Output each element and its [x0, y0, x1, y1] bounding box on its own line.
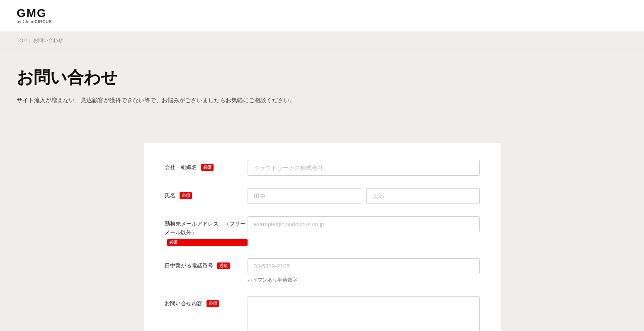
form-row-company: 会社・組織名 必須 [165, 160, 480, 176]
phone-hint: ハイフンあり半角数字 [248, 277, 480, 284]
input-col-phone: ハイフンあり半角数字 [248, 258, 480, 284]
required-badge-company: 必須 [201, 164, 214, 171]
input-col-name [248, 188, 480, 204]
label-col-inquiry: お問い合せ内容 必須 [165, 296, 248, 308]
input-col-email [248, 216, 480, 232]
page-title: お問い合わせ [17, 66, 627, 89]
page-description: サイト流入が増えない、見込顧客が獲得できない等で、お悩みがございましたらお気軽に… [17, 96, 627, 105]
name-last-input[interactable] [366, 188, 480, 204]
label-col-name: 氏名 必須 [165, 188, 248, 200]
required-badge-name: 必須 [180, 192, 192, 199]
breadcrumb-current: お問い合わせ [33, 37, 63, 44]
input-col-company [248, 160, 480, 176]
label-col-email: 勤務先メールアドレス （フリーメール以外） 必須 [165, 216, 248, 246]
logo: GMG by CloudCIRCUS [17, 7, 627, 24]
required-badge-phone: 必須 [217, 262, 230, 269]
required-badge-inquiry: 必須 [207, 300, 219, 307]
phone-input[interactable] [248, 258, 480, 274]
form-row-email: 勤務先メールアドレス （フリーメール以外） 必須 [165, 216, 480, 246]
breadcrumb-bar: TOP | お問い合わせ [0, 32, 644, 49]
required-badge-email: 必須 [167, 239, 248, 246]
form-row-phone: 日中繋がる電話番号 必須 ハイフンあり半角数字 [165, 258, 480, 284]
logo-gmg-text: GMG [17, 7, 627, 19]
form-row-name: 氏名 必須 [165, 188, 480, 204]
logo-subtitle: by CloudCIRCUS [17, 20, 627, 24]
contact-form-card: 会社・組織名 必須 氏名 必須 勤務先メールアドレス （フリー [144, 143, 501, 331]
page-header-section: お問い合わせ サイト流入が増えない、見込顧客が獲得できない等で、お悩みがございま… [0, 49, 644, 118]
company-input[interactable] [248, 160, 480, 176]
label-phone: 日中繋がる電話番号 [165, 262, 213, 269]
name-first-input[interactable] [248, 188, 361, 204]
label-col-phone: 日中繋がる電話番号 必須 [165, 258, 248, 270]
site-header: GMG by CloudCIRCUS [0, 0, 644, 32]
label-col-company: 会社・組織名 必須 [165, 160, 248, 172]
main-content: 会社・組織名 必須 氏名 必須 勤務先メールアドレス （フリー [0, 118, 644, 331]
breadcrumb: TOP | お問い合わせ [17, 37, 627, 44]
label-company: 会社・組織名 [165, 164, 197, 170]
inquiry-textarea[interactable] [248, 296, 480, 331]
email-input[interactable] [248, 216, 480, 232]
label-email: 勤務先メールアドレス （フリーメール以外） [165, 221, 245, 235]
name-inputs-group [248, 188, 480, 204]
label-name: 氏名 [165, 192, 175, 199]
breadcrumb-top-link[interactable]: TOP [17, 38, 27, 44]
form-row-inquiry: お問い合せ内容 必須 [165, 296, 480, 331]
breadcrumb-separator: | [29, 38, 30, 44]
input-col-inquiry [248, 296, 480, 331]
label-inquiry: お問い合せ内容 [165, 300, 202, 306]
